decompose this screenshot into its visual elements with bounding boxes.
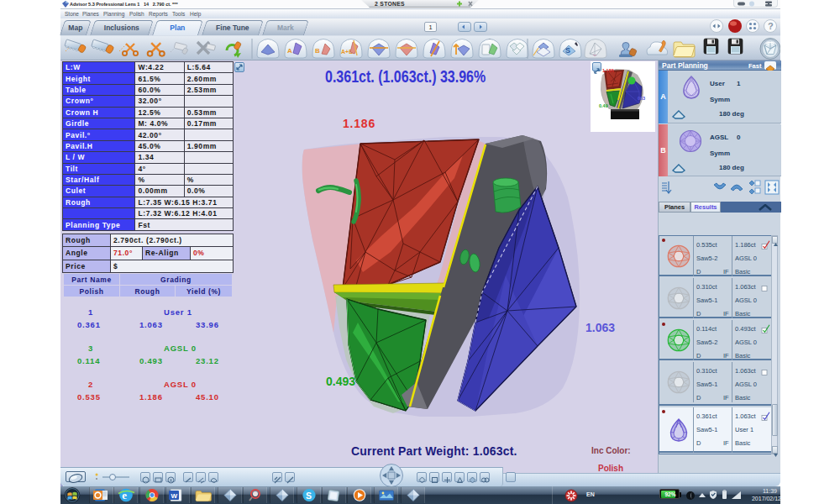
svg-text:S: S	[565, 46, 570, 55]
svg-text:1.186: 1.186	[602, 68, 614, 73]
svg-text:B: B	[315, 47, 320, 55]
svg-text:0.49: 0.49	[599, 103, 608, 108]
svg-text:063: 063	[638, 96, 645, 101]
svg-text:A: A	[287, 47, 292, 55]
svg-text:?: ?	[768, 21, 774, 31]
svg-text:S: S	[306, 491, 312, 501]
svg-text:W: W	[171, 492, 178, 500]
